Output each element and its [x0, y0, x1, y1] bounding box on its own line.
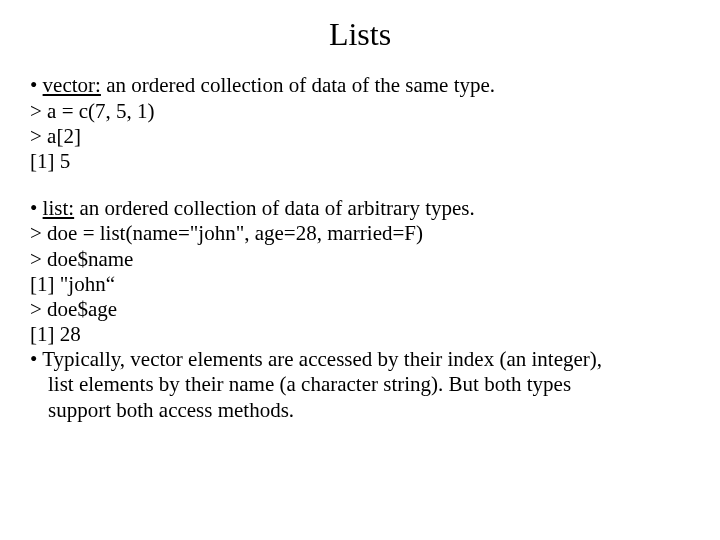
list-desc: an ordered collection of data of arbitra… — [74, 196, 475, 220]
list-definition: • list: an ordered collection of data of… — [30, 196, 690, 221]
code-line: [1] "john“ — [30, 272, 690, 297]
note-line1: • Typically, vector elements are accesse… — [30, 347, 690, 372]
vector-desc: an ordered collection of data of the sam… — [101, 73, 495, 97]
slide-title: Lists — [30, 15, 690, 53]
code-line: > a[2] — [30, 124, 690, 149]
vector-section: • vector: an ordered collection of data … — [30, 73, 690, 174]
note-line2: list elements by their name (a character… — [30, 372, 690, 397]
code-line: [1] 5 — [30, 149, 690, 174]
note-line3: support both access methods. — [30, 398, 690, 423]
vector-term: vector: — [43, 73, 101, 97]
vector-definition: • vector: an ordered collection of data … — [30, 73, 690, 98]
code-line: > a = c(7, 5, 1) — [30, 99, 690, 124]
code-line: > doe$age — [30, 297, 690, 322]
bullet-marker: • — [30, 73, 43, 97]
code-line: [1] 28 — [30, 322, 690, 347]
list-section: • list: an ordered collection of data of… — [30, 196, 690, 423]
code-line: > doe = list(name="john", age=28, marrie… — [30, 221, 690, 246]
bullet-marker: • — [30, 196, 43, 220]
code-line: > doe$name — [30, 247, 690, 272]
slide-content: Lists • vector: an ordered collection of… — [0, 0, 720, 465]
list-term: list: — [43, 196, 75, 220]
